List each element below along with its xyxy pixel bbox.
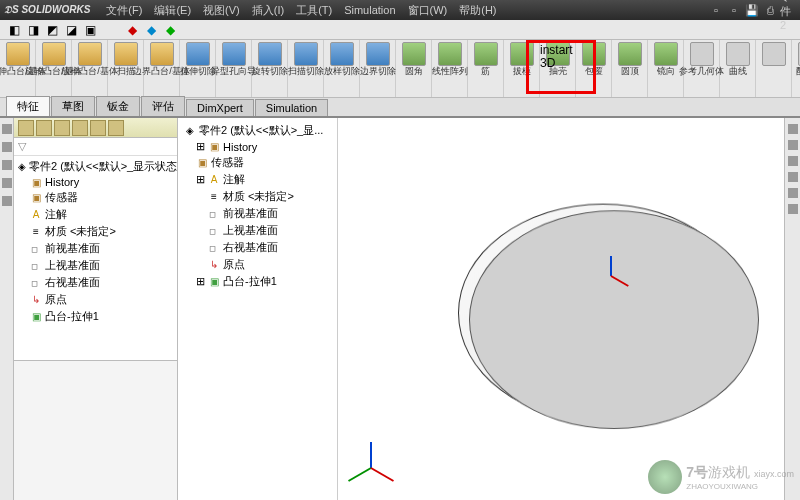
menu-help[interactable]: 帮助(H) bbox=[453, 3, 502, 18]
material-icon: ≡ bbox=[208, 191, 220, 203]
ribbon-dome[interactable]: 圆顶 bbox=[612, 40, 648, 97]
ribbon-instant3d[interactable] bbox=[756, 40, 792, 97]
tree-right-plane[interactable]: ◇右视基准面 bbox=[182, 239, 333, 256]
taskpane-icon[interactable] bbox=[788, 124, 798, 134]
q-icon[interactable]: ◧ bbox=[6, 22, 22, 38]
tab-sheetmetal[interactable]: 钣金 bbox=[96, 96, 140, 116]
ribbon-hole[interactable]: 异型孔向导 bbox=[216, 40, 252, 97]
menu-view[interactable]: 视图(V) bbox=[197, 3, 246, 18]
tab-sketch[interactable]: 草图 bbox=[51, 96, 95, 116]
menu-edit[interactable]: 编辑(E) bbox=[148, 3, 197, 18]
folder-icon: ▣ bbox=[196, 157, 208, 169]
menu-file[interactable]: 文件(F) bbox=[100, 3, 148, 18]
ribbon-mate[interactable]: 配合参 bbox=[792, 40, 800, 97]
tree-origin[interactable]: ↳原点 bbox=[182, 256, 333, 273]
ribbon-refgeom[interactable]: 参考几何体 bbox=[684, 40, 720, 97]
ribbon-boundary[interactable]: 边界凸台/基体 bbox=[144, 40, 180, 97]
tree-front-plane[interactable]: ◇前视基准面 bbox=[182, 205, 333, 222]
ribbon-cut-boundary[interactable]: 边界切除 bbox=[360, 40, 396, 97]
feature-manager: ▽ ◈零件2 (默认<<默认>_显示状态 ▣History ▣传感器 A注解 ≡… bbox=[14, 118, 178, 500]
save-icon[interactable]: 💾 bbox=[744, 2, 760, 18]
ptool-icon[interactable] bbox=[36, 120, 52, 136]
folder-icon: ▣ bbox=[208, 141, 220, 153]
q-icon[interactable]: ◩ bbox=[44, 22, 60, 38]
tab-dimxpert[interactable]: DimXpert bbox=[186, 99, 254, 116]
plane-icon: ◇ bbox=[28, 240, 45, 257]
q-icon[interactable]: ◆ bbox=[143, 22, 159, 38]
sidebar-icon[interactable] bbox=[2, 142, 12, 152]
ptool-icon[interactable] bbox=[18, 120, 34, 136]
z-axis-icon bbox=[370, 442, 372, 468]
plane-icon: ◇ bbox=[206, 205, 223, 222]
ptool-icon[interactable] bbox=[108, 120, 124, 136]
tab-features[interactable]: 特征 bbox=[6, 96, 50, 116]
taskpane-icon[interactable] bbox=[788, 172, 798, 182]
ribbon-cut-revolve[interactable]: 旋转切除 bbox=[252, 40, 288, 97]
ptool-icon[interactable] bbox=[54, 120, 70, 136]
ribbon-loft[interactable]: 放样凸台/基体 bbox=[72, 40, 108, 97]
filter-row[interactable]: ▽ bbox=[14, 138, 177, 156]
tree-annotations[interactable]: A注解 bbox=[16, 206, 175, 223]
sidebar-icon[interactable] bbox=[2, 196, 12, 206]
quick-access-toolbar: ◧ ◨ ◩ ◪ ▣ ◆ ◆ ◆ bbox=[0, 20, 800, 40]
ribbon-pattern[interactable]: 线性阵列 bbox=[432, 40, 468, 97]
feature-icon: ▣ bbox=[30, 311, 42, 323]
q-icon[interactable]: ▣ bbox=[82, 22, 98, 38]
tree-material[interactable]: ≡材质 <未指定> bbox=[182, 188, 333, 205]
view-triad[interactable] bbox=[358, 430, 408, 480]
folder-icon: ▣ bbox=[30, 192, 42, 204]
tree-front-plane[interactable]: ◇前视基准面 bbox=[16, 240, 175, 257]
ribbon-curve[interactable]: 曲线 bbox=[720, 40, 756, 97]
q-icon[interactable]: ◨ bbox=[25, 22, 41, 38]
sidebar-icon[interactable] bbox=[2, 178, 12, 188]
tree-extrude1[interactable]: ⊞ ▣凸台-拉伸1 bbox=[182, 273, 333, 290]
tree-sensors[interactable]: ▣传感器 bbox=[16, 189, 175, 206]
ribbon-rib[interactable]: 筋 bbox=[468, 40, 504, 97]
sidebar-icon[interactable] bbox=[2, 160, 12, 170]
q-icon[interactable]: ◆ bbox=[162, 22, 178, 38]
q-icon[interactable]: ◪ bbox=[63, 22, 79, 38]
tree-extrude1[interactable]: ▣凸台-拉伸1 bbox=[16, 308, 175, 325]
part-icon: ◈ bbox=[184, 125, 196, 137]
sidebar-icon[interactable] bbox=[2, 124, 12, 134]
doc-title: 零件2 bbox=[780, 2, 796, 18]
menu-window[interactable]: 窗口(W) bbox=[402, 3, 454, 18]
tree-history[interactable]: ⊞ ▣History bbox=[182, 139, 333, 154]
tree-history[interactable]: ▣History bbox=[16, 175, 175, 189]
tree-top-plane[interactable]: ◇上视基准面 bbox=[16, 257, 175, 274]
menu-tools[interactable]: 工具(T) bbox=[290, 3, 338, 18]
ribbon-fillet[interactable]: 圆角 bbox=[396, 40, 432, 97]
tab-evaluate[interactable]: 评估 bbox=[141, 96, 185, 116]
z-axis-icon bbox=[610, 256, 612, 276]
y-axis-icon bbox=[348, 467, 372, 482]
plane-icon: ◇ bbox=[28, 274, 45, 291]
print-icon[interactable]: ⎙ bbox=[762, 2, 778, 18]
ribbon-cut-sweep[interactable]: 扫描切除 bbox=[288, 40, 324, 97]
feature-icon: ▣ bbox=[208, 276, 220, 288]
taskpane-icon[interactable] bbox=[788, 188, 798, 198]
q-icon[interactable]: ◆ bbox=[124, 22, 140, 38]
menu-insert[interactable]: 插入(I) bbox=[246, 3, 290, 18]
taskpane-icon[interactable] bbox=[788, 140, 798, 150]
flyout-tree: ◈零件2 (默认<<默认>_显... ⊞ ▣History ▣传感器 ⊞ A注解… bbox=[178, 118, 338, 500]
disc-model[interactable] bbox=[458, 204, 748, 423]
menu-simulation[interactable]: Simulation bbox=[338, 4, 401, 16]
watermark: 7号游戏机 xiayx.com ZHAOYOUXIWANG bbox=[648, 460, 794, 494]
tree-top-plane[interactable]: ◇上视基准面 bbox=[182, 222, 333, 239]
ptool-icon[interactable] bbox=[72, 120, 88, 136]
tree-annotations[interactable]: ⊞ A注解 bbox=[182, 171, 333, 188]
tree-root[interactable]: ◈零件2 (默认<<默认>_显... bbox=[182, 122, 333, 139]
ribbon-cut-loft[interactable]: 放样切除 bbox=[324, 40, 360, 97]
ptool-icon[interactable] bbox=[90, 120, 106, 136]
tree-sensors[interactable]: ▣传感器 bbox=[182, 154, 333, 171]
tree-origin[interactable]: ↳原点 bbox=[16, 291, 175, 308]
3d-viewport[interactable] bbox=[338, 118, 784, 500]
tree-root[interactable]: ◈零件2 (默认<<默认>_显示状态 bbox=[16, 158, 175, 175]
tree-right-plane[interactable]: ◇右视基准面 bbox=[16, 274, 175, 291]
tab-simulation[interactable]: Simulation bbox=[255, 99, 328, 116]
taskpane-icon[interactable] bbox=[788, 156, 798, 166]
tree-material[interactable]: ≡材质 <未指定> bbox=[16, 223, 175, 240]
open-icon[interactable]: ▫ bbox=[726, 2, 742, 18]
new-icon[interactable]: ▫ bbox=[708, 2, 724, 18]
taskpane-icon[interactable] bbox=[788, 204, 798, 214]
